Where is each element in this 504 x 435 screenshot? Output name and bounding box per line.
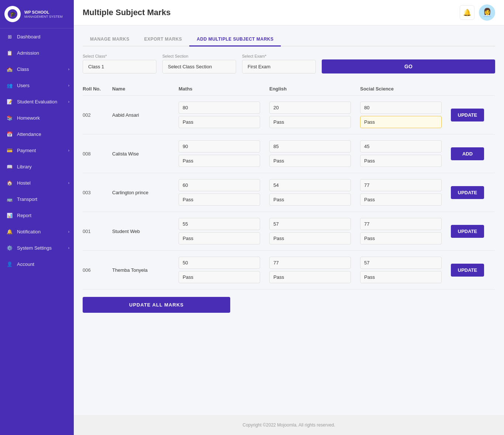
class-icon: 🏫 <box>6 65 13 73</box>
payment-icon: 💳 <box>6 147 13 154</box>
update-all-marks-button[interactable]: UPDATE ALL MARKS <box>83 297 230 313</box>
sidebar-item-hostel[interactable]: 🏠 Hostel › <box>0 175 74 191</box>
english-status-input[interactable] <box>269 116 351 128</box>
update-button[interactable]: UPDATE <box>451 264 484 277</box>
social-mark-input[interactable] <box>360 179 442 191</box>
account-icon: 👤 <box>6 260 13 268</box>
grid-icon: ⊞ <box>6 33 13 40</box>
class-select-input[interactable] <box>83 60 156 73</box>
social-status-input[interactable] <box>360 232 442 244</box>
sidebar-item-notification[interactable]: 🔔 Notification › <box>0 223 74 240</box>
social-mark-input[interactable] <box>360 257 442 269</box>
maths-mark-input[interactable] <box>179 140 260 153</box>
social-mark-input[interactable] <box>360 218 442 230</box>
maths-mark-input[interactable] <box>179 257 260 269</box>
action-cell: ADD <box>451 147 495 160</box>
update-button[interactable]: UPDATE <box>451 225 484 238</box>
notification-icon: 🔔 <box>6 228 13 235</box>
footer: Copyright ©2022 Mojoomla. All rights res… <box>74 415 504 435</box>
tab-add-multiple[interactable]: ADD MULTIPLE SUBJECT MARKS <box>189 33 281 47</box>
logo-title: WP SCHOOL <box>24 10 63 15</box>
english-status-input[interactable] <box>269 193 351 206</box>
social-mark-input[interactable] <box>360 140 442 153</box>
notification-bell-button[interactable]: 🔔 <box>460 5 474 20</box>
action-cell: UPDATE <box>451 186 495 199</box>
social-status-input[interactable] <box>360 271 442 283</box>
maths-cell <box>179 102 269 128</box>
english-mark-input[interactable] <box>269 218 351 230</box>
topbar-actions: 🔔 👩‍💼 <box>460 4 495 21</box>
topbar: Multiple Subject Marks 🔔 👩‍💼 <box>74 0 504 25</box>
maths-status-input[interactable] <box>179 271 260 283</box>
english-cell <box>269 218 360 244</box>
sidebar-item-report[interactable]: 📊 Report <box>0 207 74 223</box>
english-mark-input[interactable] <box>269 140 351 153</box>
sidebar-item-label-student-evaluation: Student Evaluation <box>17 99 68 105</box>
users-icon: 👥 <box>6 82 13 89</box>
table-body: 002 Aabid Ansari UPDATE 008 Calista Wise <box>83 96 495 290</box>
english-status-input[interactable] <box>269 155 351 167</box>
go-button[interactable]: GO <box>322 59 495 73</box>
update-button[interactable]: UPDATE <box>451 109 484 121</box>
maths-mark-input[interactable] <box>179 102 260 114</box>
table-row: 003 Carlington prince UPDATE <box>83 173 495 212</box>
chevron-right-icon: › <box>68 83 69 88</box>
sidebar-item-student-evaluation[interactable]: 📝 Student Evaluation › <box>0 93 74 110</box>
sidebar-item-transport[interactable]: 🚌 Transport <box>0 191 74 207</box>
tab-manage-marks[interactable]: MANAGE MARKS <box>83 33 137 47</box>
transport-icon: 🚌 <box>6 195 13 203</box>
student-name: Calista Wise <box>112 151 179 157</box>
sidebar-item-label-system-settings: System Settings <box>17 245 68 251</box>
maths-cell <box>179 218 269 244</box>
social-status-input[interactable] <box>360 155 442 167</box>
roll-number: 001 <box>83 229 112 234</box>
english-mark-input[interactable] <box>269 179 351 191</box>
user-avatar[interactable]: 👩‍💼 <box>479 4 495 21</box>
social-status-input[interactable] <box>360 193 442 206</box>
section-select-input[interactable] <box>162 60 236 73</box>
maths-status-input[interactable] <box>179 155 260 167</box>
sidebar-item-system-settings[interactable]: ⚙️ System Settings › <box>0 240 74 256</box>
page-title: Multiple Subject Marks <box>83 8 170 17</box>
english-mark-input[interactable] <box>269 102 351 114</box>
english-mark-input[interactable] <box>269 257 351 269</box>
social-mark-input[interactable] <box>360 102 442 114</box>
filter-row: Select Class* Select Section Select Exam… <box>83 54 495 73</box>
eval-icon: 📝 <box>6 98 13 105</box>
sidebar-item-label-payment: Payment <box>17 148 68 153</box>
sidebar-item-label-library: Library <box>17 164 68 169</box>
sidebar-item-payment[interactable]: 💳 Payment › <box>0 142 74 158</box>
sidebar-nav: ⊞ Dashboard 📋 Admission 🏫 Class › 👥 User… <box>0 28 74 272</box>
sidebar-item-attendance[interactable]: 📅 Attendance <box>0 126 74 142</box>
maths-mark-input[interactable] <box>179 179 260 191</box>
update-button[interactable]: UPDATE <box>451 186 484 199</box>
chevron-right-icon: › <box>68 246 69 250</box>
sidebar-item-account[interactable]: 👤 Account <box>0 256 74 272</box>
tab-export-marks[interactable]: EXPORT MARKS <box>137 33 190 47</box>
sidebar-item-users[interactable]: 👥 Users › <box>0 77 74 93</box>
sidebar-item-dashboard[interactable]: ⊞ Dashboard <box>0 28 74 45</box>
sidebar-item-homework[interactable]: 📚 Homework <box>0 110 74 126</box>
maths-status-input[interactable] <box>179 116 260 128</box>
social-cell <box>360 218 451 244</box>
action-cell: UPDATE <box>451 225 495 238</box>
social-status-input[interactable] <box>360 116 442 128</box>
student-name: Aabid Ansari <box>112 112 179 118</box>
english-cell <box>269 140 360 167</box>
section-filter-group: Select Section <box>162 54 236 73</box>
sidebar-item-library[interactable]: 📖 Library <box>0 158 74 175</box>
social-cell <box>360 140 451 167</box>
table-column-header: Maths <box>179 86 269 92</box>
maths-mark-input[interactable] <box>179 218 260 230</box>
english-cell <box>269 102 360 128</box>
sidebar-item-label-transport: Transport <box>17 196 68 202</box>
maths-status-input[interactable] <box>179 193 260 206</box>
sidebar-item-class[interactable]: 🏫 Class › <box>0 61 74 77</box>
english-status-input[interactable] <box>269 271 351 283</box>
main-content: Multiple Subject Marks 🔔 👩‍💼 MANAGE MARK… <box>74 0 504 435</box>
add-button[interactable]: ADD <box>451 147 484 160</box>
english-status-input[interactable] <box>269 232 351 244</box>
maths-status-input[interactable] <box>179 232 260 244</box>
sidebar-item-admission[interactable]: 📋 Admission <box>0 45 74 61</box>
exam-select-input[interactable] <box>242 60 316 73</box>
